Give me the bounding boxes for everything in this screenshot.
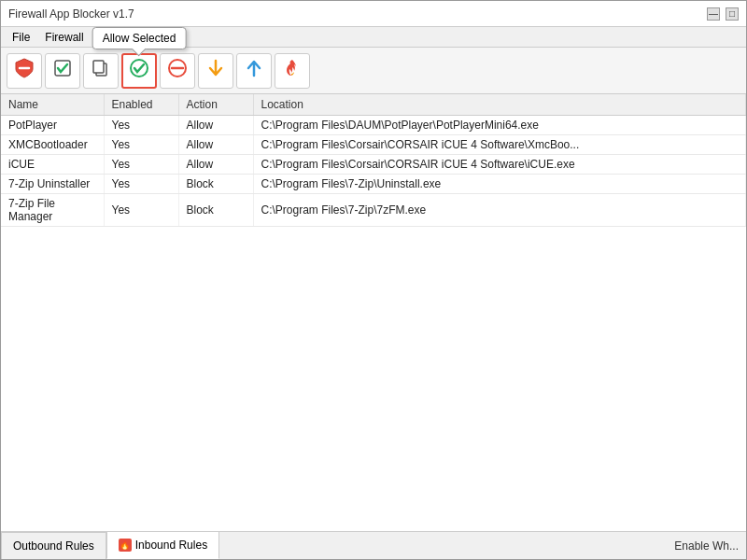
- cell-location: C:\Program Files\Corsair\CORSAIR iCUE 4 …: [253, 135, 746, 155]
- table-row[interactable]: 7-Zip UninstallerYesBlockC:\Program File…: [1, 175, 746, 194]
- col-header-location: Location: [253, 94, 746, 116]
- move-up-button[interactable]: [236, 53, 272, 89]
- table-header-row: Name Enabled Action Location: [1, 94, 746, 116]
- window-title: Firewall App Blocker v1.7: [8, 7, 134, 21]
- table-row[interactable]: 7-Zip File ManagerYesBlockC:\Program Fil…: [1, 194, 746, 227]
- inbound-tab-icon: 🔥: [119, 539, 132, 552]
- menu-help[interactable]: Help: [145, 29, 183, 46]
- rules-table: Name Enabled Action Location PotPlayerYe…: [1, 94, 746, 227]
- block-selected-button[interactable]: [160, 53, 195, 89]
- block-icon: [167, 58, 188, 83]
- select-all-button[interactable]: [45, 53, 80, 89]
- col-header-name: Name: [1, 94, 104, 116]
- cell-action: Allow: [178, 116, 253, 135]
- table-row[interactable]: iCUEYesAllowC:\Program Files\Corsair\COR…: [1, 155, 746, 175]
- tab-outbound[interactable]: Outbound Rules: [1, 532, 106, 559]
- inbound-label: Inbound Rules: [135, 539, 207, 552]
- status-bar: Outbound Rules 🔥 Inbound Rules Enable Wh…: [1, 531, 746, 559]
- shield-minus-icon: [14, 57, 35, 84]
- cell-action: Block: [178, 194, 253, 227]
- tab-inbound[interactable]: 🔥 Inbound Rules: [106, 531, 219, 559]
- content-area: Name Enabled Action Location PotPlayerYe…: [1, 94, 746, 531]
- cell-name: XMCBootloader: [1, 135, 104, 155]
- cell-enabled: Yes: [104, 155, 178, 175]
- cell-location: C:\Program Files\7-Zip\7zFM.exe: [253, 194, 746, 227]
- menu-options[interactable]: Options: [92, 29, 145, 46]
- allow-selected-button[interactable]: Allow Selected: [121, 53, 157, 89]
- cell-action: Allow: [178, 135, 253, 155]
- col-header-enabled: Enabled: [104, 94, 178, 116]
- col-header-action: Action: [178, 94, 253, 116]
- cell-enabled: Yes: [104, 116, 178, 135]
- cell-name: iCUE: [1, 155, 104, 175]
- arrow-up-icon: [244, 58, 264, 83]
- allow-check-icon: [129, 58, 149, 83]
- cell-location: C:\Program Files\DAUM\PotPlayer\PotPlaye…: [253, 116, 746, 135]
- cell-name: 7-Zip Uninstaller: [1, 175, 104, 194]
- menu-firewall[interactable]: Firewall: [37, 29, 91, 46]
- table-body: PotPlayerYesAllowC:\Program Files\DAUM\P…: [1, 116, 746, 227]
- rules-table-container[interactable]: Name Enabled Action Location PotPlayerYe…: [1, 94, 746, 531]
- move-down-button[interactable]: [198, 53, 233, 89]
- main-window: Firewall App Blocker v1.7 — □ File Firew…: [0, 0, 747, 560]
- svg-rect-3: [93, 61, 104, 73]
- title-bar: Firewall App Blocker v1.7 — □: [1, 1, 746, 27]
- window-controls: — □: [707, 7, 739, 21]
- cell-enabled: Yes: [104, 135, 178, 155]
- flame-icon: [283, 58, 302, 83]
- cell-enabled: Yes: [104, 175, 178, 194]
- flame-button[interactable]: [275, 53, 310, 89]
- checkbox-icon: [53, 59, 72, 82]
- remove-rule-button[interactable]: [7, 53, 42, 89]
- toolbar: Allow Selected: [1, 48, 746, 94]
- menu-bar: File Firewall Options Help: [1, 27, 746, 48]
- cell-action: Block: [178, 175, 253, 194]
- enable-wh-label: Enable Wh...: [674, 539, 739, 553]
- cell-location: C:\Program Files\Corsair\CORSAIR iCUE 4 …: [253, 155, 746, 175]
- cell-enabled: Yes: [104, 194, 178, 227]
- arrow-down-icon: [205, 58, 226, 83]
- table-row[interactable]: PotPlayerYesAllowC:\Program Files\DAUM\P…: [1, 116, 746, 135]
- copy-icon: [92, 59, 110, 82]
- cell-action: Allow: [178, 155, 253, 175]
- minimize-button[interactable]: —: [707, 7, 720, 21]
- table-row[interactable]: XMCBootloaderYesAllowC:\Program Files\Co…: [1, 135, 746, 155]
- cell-location: C:\Program Files\7-Zip\Uninstall.exe: [253, 175, 746, 194]
- copy-button[interactable]: [83, 53, 119, 89]
- outbound-label: Outbound Rules: [13, 539, 94, 553]
- menu-file[interactable]: File: [5, 29, 37, 46]
- cell-name: 7-Zip File Manager: [1, 194, 104, 227]
- maximize-button[interactable]: □: [726, 7, 739, 21]
- cell-name: PotPlayer: [1, 116, 104, 135]
- status-right-text: Enable Wh...: [667, 532, 746, 559]
